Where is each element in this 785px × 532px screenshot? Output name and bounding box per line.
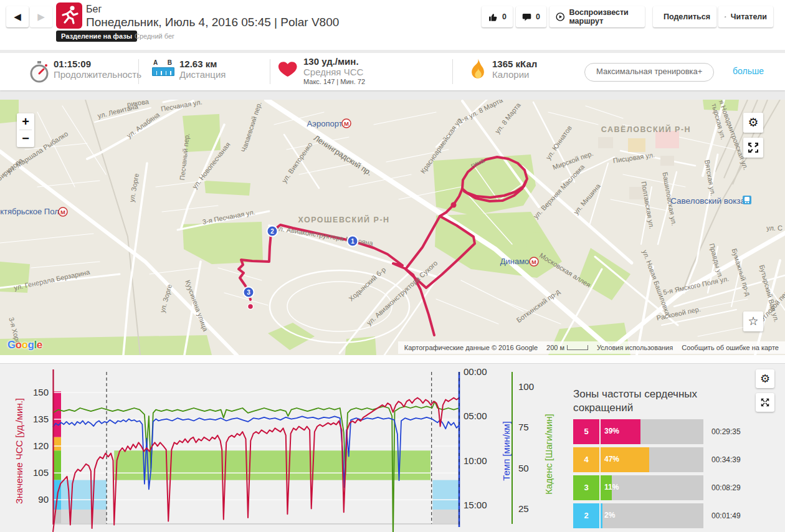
map-canvas: риковаПесчаная ул.ул. Левитанаул. Алабян… xyxy=(0,100,785,355)
axis-tick: 05:00 xyxy=(464,411,487,421)
route-map[interactable]: риковаПесчаная ул.ул. Левитанаул. Алабян… xyxy=(0,100,785,355)
map-settings-button[interactable]: ⚙ xyxy=(743,113,763,133)
fullscreen-icon xyxy=(760,397,770,407)
zone-time: 00:29:35 xyxy=(711,419,741,444)
zone-bar-track: 2% xyxy=(601,503,703,528)
heart-rate-stat: 130 уд./мин. Средняя ЧСС Макс. 147 | Мин… xyxy=(303,56,365,85)
exercise-date: Понедельник, Июль 4, 2016 05:45 | Polar … xyxy=(86,16,339,29)
svg-text:САВЁЛОВСКИЙ Р-Н: САВЁЛОВСКИЙ Р-Н xyxy=(601,125,691,134)
pace-axis-label: Темп [мин/км] xyxy=(501,421,511,481)
hr-zone-row: 2 2% 00:01:49 xyxy=(573,503,779,528)
hr-axis-label: Значение ЧСС [уд./мин.] xyxy=(14,398,24,504)
like-button[interactable]: 0 xyxy=(482,6,513,27)
distance-value: 12.63 км xyxy=(179,59,226,69)
axis-tick: 10:00 xyxy=(464,455,487,466)
play-route-button[interactable]: Воспроизвести маршрут xyxy=(550,6,645,27)
zone-percent: 47% xyxy=(604,455,619,463)
comment-icon xyxy=(522,11,531,22)
play-route-label: Воспроизвести маршрут xyxy=(569,8,639,26)
header: ◀ ▶ Бег Понедельник, Июль 4, 2016 05:45 … xyxy=(0,0,785,50)
map-scale: 200 м xyxy=(546,344,588,351)
zoom-out-button[interactable]: − xyxy=(17,130,34,146)
forward-button[interactable]: ▶ xyxy=(30,6,52,27)
ruler-icon xyxy=(152,67,174,76)
chart-fullscreen-button[interactable] xyxy=(756,393,774,412)
duration-value: 01:15:09 xyxy=(54,59,141,69)
svg-text:ул. С: ул. С xyxy=(766,224,783,232)
route-marker: 1 xyxy=(351,238,354,245)
axis-tick: 120 xyxy=(26,440,49,451)
target-note: Средний бег xyxy=(135,32,174,40)
stopwatch-icon xyxy=(29,60,50,86)
map-attribution: Картографические данные © 2016 Google 20… xyxy=(398,341,785,354)
distance-icon: АВ xyxy=(152,59,174,76)
followers-button[interactable]: Читатели xyxy=(718,6,773,27)
flame-icon xyxy=(469,58,487,85)
avg-hr-label: Средняя ЧСС xyxy=(303,67,365,77)
map-favorite-button[interactable]: ☆ xyxy=(743,311,763,331)
share-button[interactable]: Поделиться xyxy=(653,6,716,27)
map-zoom-control[interactable]: + − xyxy=(17,113,34,147)
map-data-copyright: Картографические данные © 2016 Google xyxy=(404,344,538,351)
zone-bar-track: 11% xyxy=(601,475,703,500)
axis-tick: 50 xyxy=(518,463,529,473)
followers-label: Читатели xyxy=(731,12,767,21)
zone-bar-track: 47% xyxy=(601,447,703,472)
page-title: Бег xyxy=(86,4,102,15)
svg-text:Савеловский вокзал: Савеловский вокзал xyxy=(670,196,750,206)
hr-zones-title: Зоны частоты сердечных сокращений xyxy=(573,387,723,415)
avg-hr-value: 130 уд./мин. xyxy=(303,56,365,67)
terms-link[interactable]: Условия использования xyxy=(597,344,673,351)
hr-minmax: Макс. 147 | Мин. 72 xyxy=(303,78,365,85)
zone-time: 00:01:49 xyxy=(711,503,741,528)
more-link[interactable]: больше xyxy=(733,66,764,76)
share-label: Поделиться xyxy=(664,12,710,21)
divider xyxy=(452,59,453,84)
axis-tick: 100 xyxy=(518,381,534,392)
thumbs-up-icon xyxy=(488,11,498,22)
people-icon xyxy=(725,11,726,22)
zone-number: 3 xyxy=(573,475,599,500)
scale-bar xyxy=(567,345,588,350)
back-button[interactable]: ◀ xyxy=(6,6,29,27)
divider xyxy=(270,59,270,84)
calories-label: Калории xyxy=(492,69,537,80)
zoom-in-button[interactable]: + xyxy=(17,113,34,130)
axis-tick: 00:00 xyxy=(464,366,487,377)
heart-icon xyxy=(276,60,298,83)
phased-target-chip: Разделение на фазы xyxy=(56,31,137,42)
axis-tick: 25 xyxy=(518,503,529,514)
map-fullscreen-button[interactable] xyxy=(743,138,763,158)
svg-text:М: М xyxy=(531,259,536,265)
google-logo: Google xyxy=(7,339,42,351)
divider xyxy=(138,59,139,84)
svg-text:М: М xyxy=(60,209,65,216)
training-benefit-button[interactable]: Максимальная тренировка+ xyxy=(584,63,714,82)
svg-text:Октябрьское Поле: Октябрьское Поле xyxy=(0,207,64,216)
calories-value: 1365 кКал xyxy=(492,59,537,69)
comment-button[interactable]: 0 xyxy=(516,6,546,27)
zone-time: 00:08:29 xyxy=(711,475,741,500)
cadence-axis-label: Каденс [Шаги/мин] xyxy=(543,414,554,495)
duration-label: Продолжительность xyxy=(54,69,141,80)
hr-zone-row: 5 39% 00:29:35 xyxy=(573,419,779,444)
zone-percent: 11% xyxy=(604,483,619,492)
polar-flow-exercise-page: ◀ ▶ Бег Понедельник, Июль 4, 2016 05:45 … xyxy=(0,0,785,532)
running-sport-icon xyxy=(56,2,82,29)
axis-tick: 90 xyxy=(26,494,49,505)
summary-bar: 01:15:09 Продолжительность АВ 12.63 км Д… xyxy=(0,53,785,90)
chart-settings-button[interactable]: ⚙ xyxy=(756,369,774,388)
comment-count: 0 xyxy=(536,12,540,21)
report-error-link[interactable]: Сообщить об ошибке на карте xyxy=(682,344,779,351)
calories-stat: 1365 кКал Калории xyxy=(492,59,537,80)
fullscreen-icon xyxy=(748,142,759,153)
axis-tick: 150 xyxy=(26,387,49,397)
svg-text:ХОРОШЕВСКИЙ Р-Н: ХОРОШЕВСКИЙ Р-Н xyxy=(298,215,389,224)
hr-zone-row: 4 47% 00:34:39 xyxy=(573,447,779,472)
zone-number: 5 xyxy=(573,419,599,444)
like-count: 0 xyxy=(502,12,507,21)
route-marker: 3 xyxy=(247,289,250,296)
zone-percent: 2% xyxy=(604,511,615,520)
zone-percent: 39% xyxy=(604,427,619,435)
analysis-section: Значение ЧСС [уд./мин.] Темп [мин/км] Ка… xyxy=(0,363,785,532)
